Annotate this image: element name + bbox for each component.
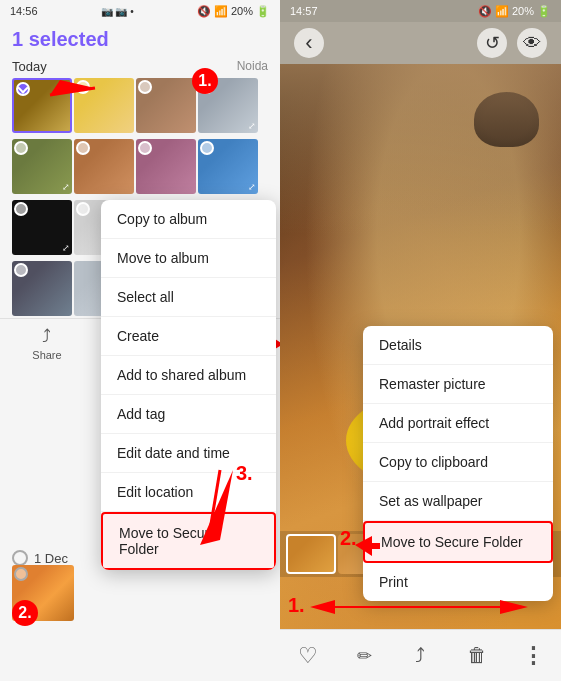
menu-item-remaster[interactable]: Remaster picture (363, 365, 553, 404)
heart-button[interactable]: ♡ (290, 638, 326, 674)
more-button-right[interactable]: ⋮ (515, 638, 551, 674)
rotate-icon[interactable]: ↺ (477, 28, 507, 58)
dec-section: 1 Dec (12, 550, 68, 566)
annotation-2-left: 2. (12, 600, 38, 626)
check-circle-9 (14, 202, 28, 216)
menu-item-add-tag[interactable]: Add tag (101, 395, 276, 434)
expand-icon-4: ⤢ (248, 121, 256, 131)
thumb-1[interactable] (286, 534, 336, 574)
photo-grid-row2: ⤢ ⤢ (0, 137, 280, 196)
right-panel: 14:57 🔇 📶 20% 🔋 ‹ ↺ 👁 (280, 0, 561, 681)
check-circle-1 (16, 82, 30, 96)
right-status-bar: 14:57 🔇 📶 20% 🔋 (280, 0, 561, 22)
menu-item-create[interactable]: Create (101, 317, 276, 356)
menu-item-move-album[interactable]: Move to album (101, 239, 276, 278)
photo-cell-2[interactable] (74, 78, 134, 133)
photo-cell-5[interactable]: ⤢ (12, 139, 72, 194)
back-button[interactable]: ‹ (294, 28, 324, 58)
location-label: Noida (237, 59, 268, 74)
check-circle-2 (76, 80, 90, 94)
photo-cell-7[interactable] (136, 139, 196, 194)
right-header: ‹ ↺ 👁 (280, 22, 561, 64)
check-circle-7 (138, 141, 152, 155)
left-status-icons: 📷 📷 • (101, 6, 134, 17)
share-button[interactable]: ⤴ Share (32, 326, 61, 361)
date-label: Today (12, 59, 47, 74)
photo-cell-8[interactable]: ⤢ (198, 139, 258, 194)
menu-item-print[interactable]: Print (363, 563, 553, 601)
annotation-1-left: 1. (192, 68, 218, 94)
menu-item-select-all[interactable]: Select all (101, 278, 276, 317)
right-time: 14:57 (290, 5, 318, 17)
menu-item-copy-album[interactable]: Copy to album (101, 200, 276, 239)
dec-date-label: 1 Dec (34, 551, 68, 566)
menu-item-edit-date[interactable]: Edit date and time (101, 434, 276, 473)
menu-item-portrait[interactable]: Add portrait effect (363, 404, 553, 443)
photo-cell-13[interactable] (12, 261, 72, 316)
right-bottom-bar: ♡ ✏ ⤴ 🗑 ⋮ (280, 629, 561, 681)
expand-icon-5: ⤢ (62, 182, 70, 192)
check-circle-5 (14, 141, 28, 155)
menu-item-secure-right[interactable]: Move to Secure Folder (363, 521, 553, 563)
right-context-menu: Details Remaster picture Add portrait ef… (363, 326, 553, 601)
check-circle-6 (76, 141, 90, 155)
check-circle-13 (14, 263, 28, 277)
menu-item-add-shared[interactable]: Add to shared album (101, 356, 276, 395)
photo-top-overlay (280, 64, 561, 234)
menu-item-edit-location[interactable]: Edit location (101, 473, 276, 512)
menu-item-clipboard[interactable]: Copy to clipboard (363, 443, 553, 482)
left-panel: 14:56 📷 📷 • 🔇 📶 20% 🔋 1 selected Today N… (0, 0, 280, 681)
share-icon: ⤴ (42, 326, 51, 347)
expand-icon-9: ⤢ (62, 243, 70, 253)
expand-icon-8: ⤢ (248, 182, 256, 192)
share-label: Share (32, 349, 61, 361)
check-circle-3 (138, 80, 152, 94)
menu-item-wallpaper[interactable]: Set as wallpaper (363, 482, 553, 521)
dec-photo-check (14, 567, 28, 581)
header-icons: ↺ 👁 (477, 28, 547, 58)
left-status-right: 🔇 📶 20% 🔋 (197, 5, 270, 18)
left-context-menu: Copy to album Move to album Select all C… (101, 200, 276, 570)
menu-item-move-secure-left[interactable]: Move to Secure Folder (101, 512, 276, 570)
selected-title: 1 selected (12, 28, 268, 51)
edit-button[interactable]: ✏ (346, 638, 382, 674)
check-circle-10 (76, 202, 90, 216)
date-section: Today Noida (0, 55, 280, 76)
eye-icon[interactable]: 👁 (517, 28, 547, 58)
left-header: 1 selected (0, 22, 280, 55)
trash-button-right[interactable]: 🗑 (459, 638, 495, 674)
menu-item-details[interactable]: Details (363, 326, 553, 365)
photo-grid-row1: ⤢ (0, 76, 280, 135)
checkmark-1 (17, 82, 28, 93)
left-time: 14:56 (10, 5, 38, 17)
photo-cell-6[interactable] (74, 139, 134, 194)
dec-check-circle (12, 550, 28, 566)
left-status-bar: 14:56 📷 📷 • 🔇 📶 20% 🔋 (0, 0, 280, 22)
right-status-icons: 🔇 📶 20% 🔋 (478, 5, 551, 18)
share-button-right[interactable]: ⤴ (402, 638, 438, 674)
check-circle-8 (200, 141, 214, 155)
photo-cell-9[interactable]: ⤢ (12, 200, 72, 255)
photo-cell-1[interactable] (12, 78, 72, 133)
photo-cell-3[interactable] (136, 78, 196, 133)
